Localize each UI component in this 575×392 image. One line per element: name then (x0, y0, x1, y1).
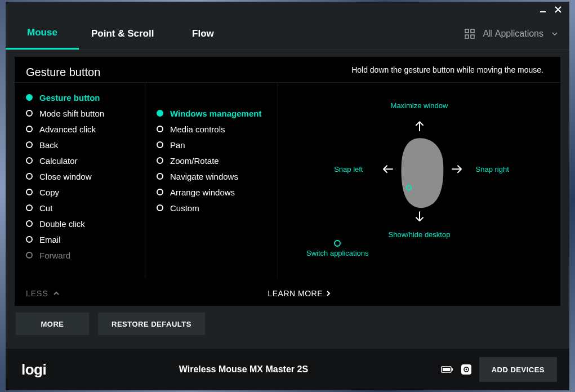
mouse-diagram: Maximize window Show/hide desktop Snap l… (301, 96, 538, 242)
footer-right: ADD DEVICES (441, 357, 557, 382)
arrow-left-icon (381, 163, 394, 175)
action-gesture-button[interactable]: Gesture button (26, 90, 140, 105)
action-mode-shift[interactable]: Mode shift button (26, 105, 140, 121)
radio-icon (26, 110, 33, 117)
radio-icon (157, 189, 163, 195)
content-area: Gesture button Hold down the gesture but… (6, 50, 569, 349)
footer-bar: logi Wireless Mouse MX Master 2S ADD DEV… (6, 349, 569, 390)
arrow-down-icon (414, 211, 425, 223)
radio-icon (157, 110, 163, 117)
action-calculator[interactable]: Calculator (26, 153, 140, 168)
gesture-up-label[interactable]: Maximize window (391, 101, 448, 110)
group-custom[interactable]: Custom (157, 200, 273, 216)
logo: logi (21, 361, 46, 378)
arrow-right-icon (451, 163, 463, 175)
svg-rect-1 (471, 29, 474, 33)
radio-icon (26, 141, 33, 148)
gesture-panel: Gesture button Hold down the gesture but… (15, 57, 560, 306)
panel-bottom-links: LESS LEARN MORE (15, 279, 560, 306)
action-list-column: Gesture button Mode shift button Advance… (15, 83, 145, 279)
radio-icon (26, 204, 33, 211)
action-advanced-click[interactable]: Advanced click (26, 121, 140, 137)
gesture-left-label[interactable]: Snap left (334, 165, 363, 173)
radio-icon (26, 252, 33, 259)
panel-subtitle: Hold down the gesture button while movin… (351, 65, 548, 78)
svg-rect-0 (465, 29, 469, 33)
action-double-click[interactable]: Double click (26, 216, 140, 231)
group-arrange-windows[interactable]: Arrange windows (157, 184, 273, 200)
radio-icon (157, 204, 163, 211)
gesture-diagram-column: Maximize window Show/hide desktop Snap l… (278, 83, 560, 279)
tab-bar: Mouse Point & Scroll Flow All Applicatio… (6, 17, 569, 50)
action-cut[interactable]: Cut (26, 200, 140, 216)
radio-icon (26, 236, 33, 243)
radio-icon (157, 141, 163, 148)
gesture-right-label[interactable]: Snap right (476, 165, 509, 173)
gesture-center-label: Switch applications (306, 249, 369, 257)
learn-more-link[interactable]: LEARN MORE (268, 289, 332, 298)
apps-grid-icon (465, 29, 475, 39)
buttons-row: MORE RESTORE DEFAULTS (15, 313, 560, 335)
svg-rect-3 (471, 35, 474, 38)
radio-icon (26, 94, 33, 101)
radio-icon (26, 173, 33, 180)
group-media-controls[interactable]: Media controls (157, 121, 273, 137)
titlebar (6, 2, 569, 17)
svg-rect-6 (452, 368, 453, 371)
radio-icon (26, 157, 33, 164)
applications-selector[interactable]: All Applications (465, 17, 558, 50)
app-window: Mouse Point & Scroll Flow All Applicatio… (6, 2, 569, 390)
tab-point-scroll[interactable]: Point & Scroll (79, 17, 166, 50)
tab-mouse[interactable]: Mouse (6, 17, 79, 50)
more-button[interactable]: MORE (16, 313, 89, 335)
gesture-down-label[interactable]: Show/hide desktop (389, 230, 451, 239)
arrow-up-icon (414, 119, 425, 132)
battery-icon (441, 366, 453, 373)
radio-icon (157, 157, 163, 164)
action-forward[interactable]: Forward (26, 247, 140, 263)
minimize-button[interactable] (540, 11, 546, 12)
chevron-right-icon (325, 290, 332, 297)
action-copy[interactable]: Copy (26, 184, 140, 200)
circle-icon (334, 240, 341, 247)
restore-defaults-button[interactable]: RESTORE DEFAULTS (98, 313, 205, 335)
tab-flow[interactable]: Flow (166, 17, 239, 50)
chevron-down-icon (551, 30, 558, 37)
list-fade-overlay (15, 266, 145, 279)
group-navigate-windows[interactable]: Navigate windows (157, 168, 273, 184)
radio-icon (26, 189, 33, 195)
gesture-button-indicator (406, 185, 412, 190)
gesture-group-column: Windows management Media controls Pan Zo… (145, 83, 278, 279)
svg-rect-5 (443, 368, 450, 371)
apps-selector-label: All Applications (483, 29, 543, 39)
radio-icon (26, 126, 33, 132)
action-close-window[interactable]: Close window (26, 168, 140, 184)
svg-rect-2 (465, 35, 469, 38)
panel-body: Gesture button Mode shift button Advance… (15, 83, 560, 279)
unifying-receiver-icon (461, 364, 471, 375)
radio-icon (26, 220, 33, 227)
action-email[interactable]: Email (26, 231, 140, 247)
group-zoom-rotate[interactable]: Zoom/Rotate (157, 153, 273, 168)
action-back[interactable]: Back (26, 137, 140, 153)
chevron-up-icon (53, 290, 60, 297)
add-devices-button[interactable]: ADD DEVICES (479, 357, 557, 382)
less-button[interactable]: LESS (26, 289, 60, 298)
radio-icon (157, 126, 163, 132)
svg-point-8 (465, 369, 467, 371)
group-windows-management[interactable]: Windows management (157, 105, 273, 121)
device-name: Wireless Mouse MX Master 2S (46, 364, 440, 375)
gesture-center[interactable]: Switch applications (306, 240, 369, 257)
group-pan[interactable]: Pan (157, 137, 273, 153)
radio-icon (157, 173, 163, 180)
close-button[interactable] (555, 6, 561, 13)
panel-header: Gesture button Hold down the gesture but… (15, 57, 560, 83)
